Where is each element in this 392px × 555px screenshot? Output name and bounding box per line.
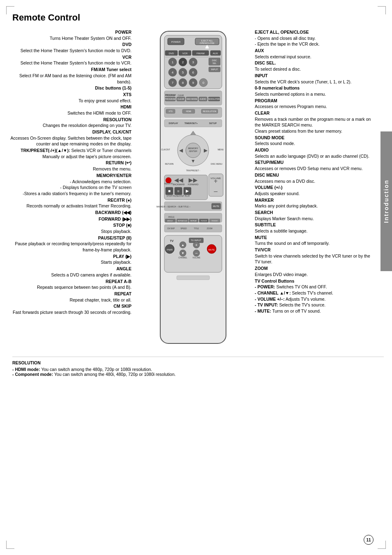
entry-rec-itr: REC/ITR (●) Records normally or activate… [8, 197, 131, 209]
svg-text:ANGLE: ANGLE [167, 220, 173, 222]
heading-fm-am: FM/AM Tuner select [91, 67, 131, 72]
svg-text:HDMI: HDMI [186, 110, 191, 113]
entry-play: PLAY (▶) Starts playback. [8, 253, 131, 265]
remote-svg: POWER EJECT ALL OPEN/CLOSE DVD VCR FM/AM [148, 29, 238, 350]
heading-0-9: 0-9 numerical buttons [255, 85, 300, 90]
text-angle: Selects a DVD camera angles if available… [51, 272, 131, 277]
svg-text:TIMER/SET+: TIMER/SET+ [184, 122, 198, 124]
svg-text:◀: ◀ [179, 147, 183, 153]
entry-display-clk: DISPLAY, CLK/CNT Accesses On-Screen disp… [8, 129, 131, 147]
entry-eject-all: EJECT ALL, OPEN/CLOSE - Opens and closes… [255, 29, 374, 47]
content-wrapper: POWER Turns Home Theater System ON and O… [8, 29, 384, 350]
corner-mark-bl [6, 541, 14, 549]
heading-aux: AUX [255, 48, 264, 53]
svg-text:◀◀: ◀◀ [174, 177, 183, 183]
text-resolution: Changes the resolution depending on your… [43, 123, 131, 128]
svg-text:1: 1 [172, 60, 174, 64]
svg-text:TRK/PRESET -: TRK/PRESET - [186, 169, 201, 172]
svg-text:REPEAT: REPEAT [190, 220, 197, 222]
text-pause-step: Pause playback or recording temporarily/… [15, 241, 131, 252]
entry-backward: BACKWARD (◀◀) [8, 210, 131, 216]
svg-text:MARKER – SEARCH – SUB TITLE –: MARKER – SEARCH – SUB TITLE – [157, 205, 191, 208]
svg-text:CLEAR: CLEAR [178, 94, 184, 97]
svg-text:6: 6 [192, 71, 194, 74]
entry-dvd: DVD Select the Home Theater System's fun… [8, 41, 131, 53]
text-fm-am: Select FM or AM band as the listening ch… [19, 73, 131, 84]
svg-text:▶: ▶ [204, 147, 208, 153]
entry-disc-buttons: Disc buttons (1-5) [8, 85, 131, 91]
svg-text:FM/AM: FM/AM [196, 52, 204, 55]
text-tv-vcr: Switch to view channels selected by the … [255, 253, 370, 265]
entry-resolution: RESOLUTION Changes the resolution depend… [8, 117, 131, 129]
corner-mark-tl [6, 6, 14, 14]
heading-hdmi: HDMI [120, 104, 131, 109]
entry-angle: ANGLE Selects a DVD camera angles if ava… [8, 266, 131, 278]
left-column: POWER Turns Home Theater System ON and O… [8, 29, 136, 350]
text-clear: Removes a track number on the program me… [255, 117, 371, 134]
heading-forward: FORWARD (▶▶) [99, 216, 131, 221]
svg-text:▲: ▲ [181, 243, 184, 247]
bottom-resolution-component: - Component mode: You can switch among t… [12, 372, 384, 377]
svg-text:▼: ▼ [181, 251, 184, 255]
text-return: Removes the menu. [93, 166, 131, 171]
heading-volume: VOLUME (+/-) [255, 185, 282, 190]
text-program: Accesses or removes Program menu. [255, 104, 327, 109]
entry-power: POWER Turns Home Theater System ON and O… [8, 29, 131, 41]
heading-vcr: VCR [122, 55, 131, 60]
right-column: EJECT ALL, OPEN/CLOSE - Opens and closes… [251, 29, 374, 350]
svg-text:MUTE: MUTE [208, 249, 215, 251]
text-cm-skip: Fast forwards picture search through 30 … [13, 310, 131, 315]
entry-0-9: 0-9 numerical buttons Selects numbered o… [255, 85, 374, 97]
svg-text:SPEED: SPEED [180, 228, 187, 230]
svg-text:4: 4 [172, 71, 174, 74]
text-input: Selects the VCR deck's source (Tuner, L … [255, 79, 351, 84]
heading-tv-control: TV Control Buttons [255, 279, 294, 283]
text-zoom: Enlarges DVD video image. [255, 272, 308, 277]
heading-setup-memu: SETUP/MEMU [255, 160, 284, 165]
heading-disc-menu: DISC MENU [255, 173, 279, 177]
svg-text:CM SKIP: CM SKIP [167, 228, 175, 230]
heading-backward: BACKWARD (◀◀) [95, 210, 131, 215]
svg-text:ZOOM: ZOOM [207, 228, 212, 230]
entry-repeat: REPEAT Repeat chapter, track, title or a… [8, 291, 131, 303]
svg-text:PROGRAM: PROGRAM [165, 94, 175, 97]
heading-eject-all: EJECT ALL, OPEN/CLOSE [255, 30, 309, 35]
heading-disc-buttons: Disc buttons (1-5) [95, 85, 131, 90]
svg-text:CLK/CNT: CLK/CNT [161, 148, 170, 151]
entry-audio: AUDIO Selects an audio language (DVD) or… [255, 147, 374, 159]
svg-text:ANGLE: ANGLE [168, 216, 174, 218]
svg-text:DISPLAY: DISPLAY [169, 122, 178, 124]
svg-text:TV/VCR: TV/VCR [212, 220, 218, 222]
svg-text:5: 5 [182, 71, 184, 74]
side-tab-label: Introduction [383, 180, 390, 223]
svg-text:–: – [214, 188, 218, 195]
svg-text:MEMORY: MEMORY [188, 147, 198, 150]
svg-text:▶▶: ▶▶ [189, 177, 198, 183]
svg-text:TITLE: TITLE [194, 228, 199, 230]
entry-disc-sel: DISC SEL. To select desired a disc. [255, 60, 374, 72]
svg-text:0: 0 [203, 81, 205, 85]
svg-text:RETURN: RETURN [165, 163, 174, 165]
heading-mute: MUTE [255, 235, 267, 240]
heading-disc-sel: DISC SEL. [255, 60, 276, 65]
side-tab: Introduction [380, 131, 392, 271]
bottom-component-text: You can switch among the 480i, 480p, 720… [54, 372, 176, 377]
svg-text:BACKWARD: BACKWARD [173, 183, 185, 186]
svg-text:DISC MENU: DISC MENU [211, 163, 222, 165]
entry-program: PROGRAM Accesses or removes Program menu… [255, 98, 374, 110]
svg-text:INPUT: INPUT [211, 68, 218, 71]
heading-subtitle: SUBTITLE [255, 222, 276, 227]
text-marker: Marks any point during playback. [255, 203, 318, 208]
heading-resolution: RESOLUTION [103, 117, 131, 122]
svg-text:DVD: DVD [169, 52, 174, 55]
svg-text:CHANNEL: CHANNEL [178, 257, 187, 259]
heading-search: SEARCH [255, 210, 273, 215]
bottom-resolution-hdmi: - HDMI mode: You can switch among the 48… [12, 367, 384, 372]
entry-trk-preset: TRK/PRESET(-/+)(▲/▼): Selects VCR or Tun… [8, 147, 131, 159]
heading-display-clk: DISPLAY, CLK/CNT [92, 129, 131, 134]
entry-volume: VOLUME (+/-) Adjusts speaker sound. [255, 184, 374, 196]
svg-text:PWR: PWR [167, 249, 173, 251]
svg-text:/ENTER: /ENTER [189, 150, 197, 152]
text-vcr: Select the Home Theater System's functio… [21, 60, 131, 65]
svg-text:RESOLUTION: RESOLUTION [203, 110, 217, 113]
